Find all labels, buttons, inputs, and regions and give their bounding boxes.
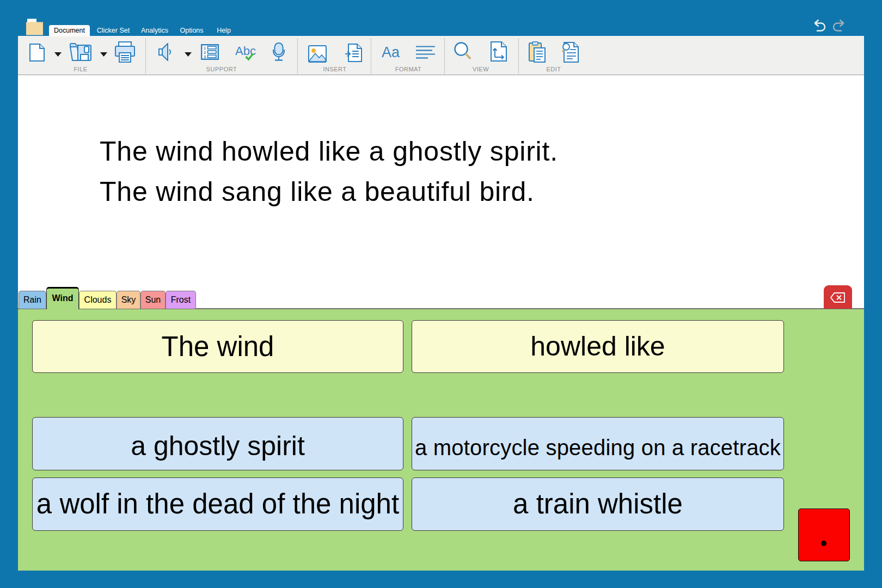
svg-text:3: 3 bbox=[204, 54, 206, 59]
